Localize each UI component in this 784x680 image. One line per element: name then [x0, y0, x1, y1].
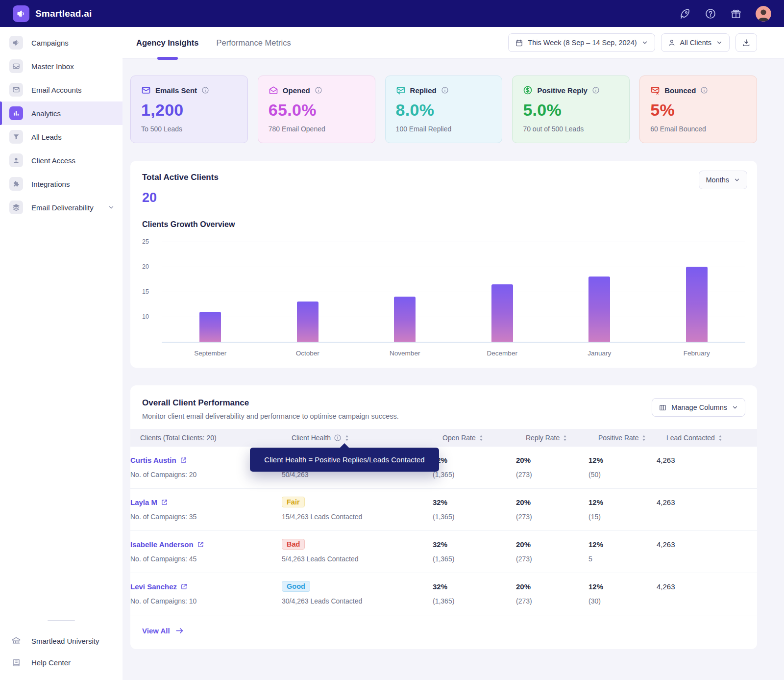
- sidebar-item-label: Master Inbox: [31, 62, 74, 71]
- envelope-open-icon: [269, 85, 278, 95]
- sidebar-item-master-inbox[interactable]: Master Inbox: [0, 54, 122, 78]
- chart-bar[interactable]: [199, 312, 221, 342]
- column-open-rate[interactable]: Open Rate: [442, 434, 526, 442]
- sidebar-divider: [48, 620, 75, 621]
- client-performance-card: Overall Client Performance Monitor clien…: [130, 385, 757, 649]
- info-icon[interactable]: [700, 86, 708, 94]
- x-axis-label: February: [648, 350, 746, 357]
- positive-rate-value: 12%: [588, 582, 603, 591]
- stat-label: Opened: [283, 86, 310, 95]
- tab-agency-insights[interactable]: Agency Insights: [136, 27, 198, 59]
- sidebar-footer-label: Help Center: [31, 658, 71, 667]
- chevron-down-icon: [716, 39, 723, 46]
- sidebar-item-campaigns[interactable]: Campaigns: [0, 31, 122, 54]
- column-positive-rate[interactable]: Positive Rate: [598, 434, 666, 442]
- table-title: Overall Client Performance: [142, 398, 399, 408]
- info-icon[interactable]: [315, 86, 322, 94]
- table-row: Curtis Austin No. of Campaigns: 20 50/4,…: [130, 447, 757, 489]
- chart-bar[interactable]: [491, 284, 513, 342]
- table-row: Isabelle Anderson No. of Campaigns: 45 B…: [130, 531, 757, 573]
- user-avatar[interactable]: [756, 6, 771, 22]
- sidebar-item-smartlead-university[interactable]: Smartlead University: [0, 630, 122, 652]
- leads-contacted-value: 4,263: [657, 498, 675, 506]
- campaigns-count: No. of Campaigns: 10: [130, 597, 282, 605]
- stat-subtext: 70 out of 500 Leads: [523, 125, 619, 133]
- table-header-row: Clients (Total Clients: 20) Client Healt…: [130, 429, 757, 447]
- y-axis-tick: 15: [142, 288, 149, 295]
- stat-card-opened: Opened 65.0% 780 Email Opened: [258, 76, 375, 143]
- positive-rate-value: 12%: [588, 498, 603, 506]
- y-axis-tick: 20: [142, 263, 149, 270]
- sidebar-item-email-deliverability[interactable]: Email Deliverability: [0, 196, 122, 219]
- client-filter-label: All Clients: [680, 39, 711, 47]
- sidebar-item-help-center[interactable]: Help Center: [0, 652, 122, 673]
- total-active-clients-title: Total Active Clients: [142, 173, 745, 182]
- open-rate-value: 32%: [433, 498, 447, 506]
- info-icon[interactable]: [334, 434, 342, 442]
- client-link[interactable]: Isabelle Anderson: [130, 540, 204, 549]
- sidebar-item-label: Campaigns: [31, 39, 69, 47]
- tab-performance-metrics[interactable]: Performance Metrics: [216, 27, 291, 59]
- x-axis-label: October: [259, 350, 357, 357]
- gift-icon[interactable]: [730, 8, 742, 20]
- x-axis-label: January: [551, 350, 648, 357]
- table-subtitle: Monitor client email deliverability and …: [142, 412, 399, 420]
- chart-bar[interactable]: [297, 302, 318, 342]
- sidebar-item-analytics[interactable]: Analytics: [0, 101, 122, 125]
- positive-rate-value: 12%: [588, 456, 603, 464]
- column-client-health[interactable]: Client Health: [292, 434, 442, 442]
- client-link[interactable]: Levi Sanchez: [130, 582, 188, 591]
- column-reply-rate[interactable]: Reply Rate: [526, 434, 598, 442]
- sidebar-item-email-accounts[interactable]: Email Accounts: [0, 78, 122, 101]
- chart-bar[interactable]: [588, 277, 610, 342]
- rocket-icon[interactable]: [679, 8, 691, 20]
- info-icon[interactable]: [201, 86, 209, 94]
- sort-icon[interactable]: [344, 435, 349, 441]
- positive-rate-detail: (15): [588, 513, 657, 521]
- info-icon[interactable]: [441, 86, 449, 94]
- health-detail: 15/4,263 Leads Contacted: [282, 513, 433, 521]
- client-link[interactable]: Layla M: [130, 498, 168, 506]
- period-selector[interactable]: Months: [699, 171, 747, 189]
- sidebar-item-integrations[interactable]: Integrations: [0, 172, 122, 196]
- sort-icon[interactable]: [718, 435, 723, 441]
- stat-card-replied: Replied 8.0% 100 Email Replied: [385, 76, 503, 143]
- chart-bar[interactable]: [686, 267, 708, 342]
- positive-rate-detail: (50): [588, 471, 657, 479]
- total-active-clients-value: 20: [142, 190, 745, 205]
- chevron-down-icon: [108, 204, 115, 211]
- chart-bar[interactable]: [394, 297, 416, 342]
- sidebar-item-label: All Leads: [31, 133, 62, 141]
- sidebar-item-label: Analytics: [31, 109, 61, 118]
- sort-icon[interactable]: [641, 435, 646, 441]
- sidebar-item-label: Integrations: [31, 180, 70, 188]
- stat-card-emails-sent: Emails Sent 1,200 To 500 Leads: [130, 76, 248, 143]
- reply-rate-value: 20%: [516, 540, 531, 549]
- manage-columns-button[interactable]: Manage Columns: [652, 398, 745, 417]
- sort-icon[interactable]: [563, 435, 567, 441]
- date-range-picker[interactable]: This Week (8 Sep – 14 Sep, 2024): [508, 33, 655, 52]
- health-detail: 5/4,263 Leads Contacted: [282, 555, 433, 563]
- sidebar-item-client-access[interactable]: Client Access: [0, 149, 122, 172]
- help-icon[interactable]: [705, 8, 716, 20]
- envelope-bounce-icon: [650, 85, 660, 95]
- info-icon[interactable]: [592, 86, 600, 94]
- brand-name: Smartlead.ai: [35, 8, 92, 19]
- sidebar-item-label: Email Accounts: [31, 86, 82, 94]
- layers-icon: [9, 201, 23, 214]
- sort-icon[interactable]: [479, 435, 484, 441]
- reply-rate-detail: (273): [516, 555, 588, 563]
- client-filter[interactable]: All Clients: [661, 33, 730, 52]
- stat-value: 65.0%: [269, 101, 365, 120]
- sidebar-item-all-leads[interactable]: All Leads: [0, 125, 122, 149]
- client-link[interactable]: Curtis Austin: [130, 456, 187, 464]
- chevron-down-icon: [732, 404, 738, 411]
- table-row: Layla M No. of Campaigns: 35 Fair 15/4,2…: [130, 489, 757, 531]
- stat-label: Bounced: [664, 86, 696, 95]
- column-lead-contacted[interactable]: Lead Contacted: [666, 434, 757, 442]
- stat-card-positive-reply: Positive Reply 5.0% 70 out of 500 Leads: [512, 76, 630, 143]
- view-all-link[interactable]: View All: [130, 615, 757, 649]
- reply-rate-value: 20%: [516, 498, 531, 506]
- download-button[interactable]: [735, 33, 757, 52]
- open-rate-detail: (1,365): [433, 555, 516, 563]
